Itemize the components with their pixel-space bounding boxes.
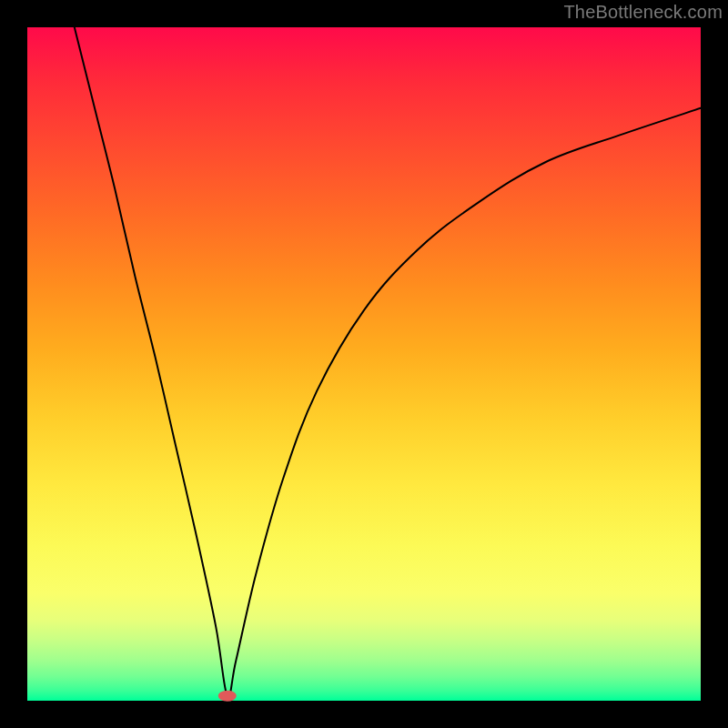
curve-svg xyxy=(27,27,701,701)
bottleneck-curve xyxy=(75,27,701,697)
min-point-marker xyxy=(218,691,237,702)
watermark-label: TheBottleneck.com xyxy=(563,2,723,23)
plot-area xyxy=(27,27,701,701)
chart-container: TheBottleneck.com xyxy=(0,0,728,728)
